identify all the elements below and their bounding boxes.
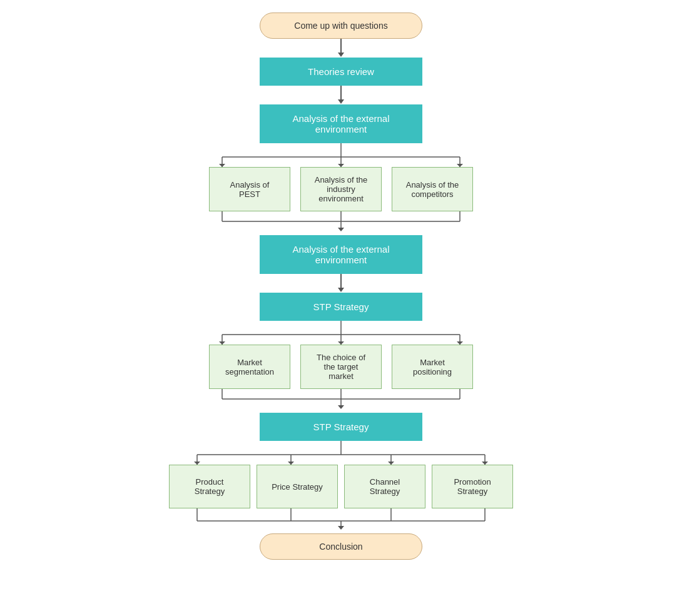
branch-2-svg bbox=[166, 321, 516, 345]
branch-3-merge-svg bbox=[147, 508, 535, 533]
pest-node: Analysis of PEST bbox=[209, 167, 290, 211]
channel-node: Channel Strategy bbox=[344, 465, 425, 508]
branch-2-merge-svg bbox=[166, 389, 516, 413]
stp1-node: STP Strategy bbox=[260, 293, 422, 321]
conclusion-node: Conclusion bbox=[260, 533, 422, 560]
branch-1-items: Analysis of PEST Analysis of the industr… bbox=[166, 167, 516, 211]
positioning-node: Market positioning bbox=[392, 345, 473, 389]
svg-marker-44 bbox=[338, 526, 344, 530]
branch-1-merge-svg bbox=[166, 211, 516, 235]
start-node: Come up with questions bbox=[260, 13, 422, 39]
product-node: Product Strategy bbox=[169, 465, 250, 508]
external1-node: Analysis of the external environment bbox=[260, 104, 422, 143]
flowchart: Come up with questions Theories review A… bbox=[147, 13, 535, 560]
branch-2-items: Market segmentation The choice of the ta… bbox=[166, 345, 516, 389]
market-seg-node: Market segmentation bbox=[209, 345, 290, 389]
branch-1: Analysis of PEST Analysis of the industr… bbox=[147, 143, 535, 235]
branch-2: Market segmentation The choice of the ta… bbox=[147, 321, 535, 413]
svg-marker-13 bbox=[338, 228, 344, 231]
arrow-3 bbox=[338, 274, 344, 293]
promotion-node: Promotion Strategy bbox=[432, 465, 513, 508]
branch-3: Product Strategy Price Strategy Channel … bbox=[147, 441, 535, 533]
arrow-1 bbox=[338, 39, 344, 58]
svg-marker-27 bbox=[338, 405, 344, 409]
arrow-2 bbox=[338, 86, 344, 104]
external2-node: Analysis of the external environment bbox=[260, 235, 422, 274]
branch-3-items: Product Strategy Price Strategy Channel … bbox=[147, 465, 535, 508]
stp2-node: STP Strategy bbox=[260, 413, 422, 441]
branch-1-svg bbox=[166, 143, 516, 167]
industry-node: Analysis of the industry environment bbox=[300, 167, 382, 211]
competitors-node: Analysis of the competitors bbox=[392, 167, 473, 211]
theories-node: Theories review bbox=[260, 58, 422, 86]
price-node: Price Strategy bbox=[257, 465, 338, 508]
target-node: The choice of the target market bbox=[300, 345, 382, 389]
branch-3-svg bbox=[147, 441, 535, 465]
